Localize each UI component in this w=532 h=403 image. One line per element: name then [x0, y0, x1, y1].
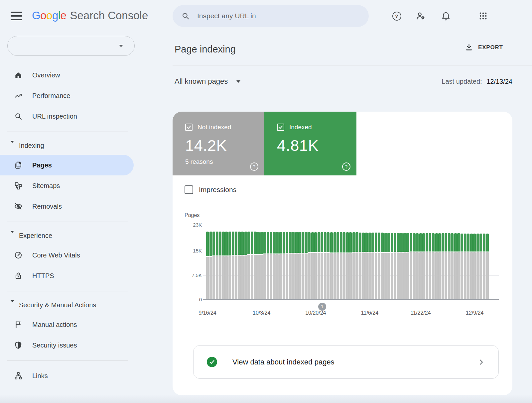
- chart-bar[interactable]: [333, 232, 336, 300]
- sidebar-item-https[interactable]: HTTPS: [0, 265, 166, 286]
- chart-bar[interactable]: [362, 233, 365, 300]
- chart-bar[interactable]: [302, 232, 304, 300]
- chart-bar[interactable]: [359, 233, 361, 300]
- sidebar-item-core-web-vitals[interactable]: Core Web Vitals: [0, 245, 166, 265]
- chart-bar[interactable]: [235, 232, 237, 300]
- chart-bar[interactable]: [476, 234, 479, 300]
- chart-bar[interactable]: [419, 233, 422, 300]
- sidebar-item-links[interactable]: Links: [0, 365, 166, 386]
- chart-bar[interactable]: [426, 233, 428, 300]
- sidebar-section-experience[interactable]: Experience: [0, 227, 166, 245]
- chart-bar[interactable]: [276, 232, 279, 300]
- not-indexed-checkbox[interactable]: [185, 124, 193, 131]
- chart-bar[interactable]: [422, 233, 425, 300]
- chart-bar[interactable]: [305, 232, 307, 300]
- chart-bar[interactable]: [260, 232, 263, 300]
- chart-bar[interactable]: [394, 233, 396, 300]
- chart-bar[interactable]: [219, 232, 221, 300]
- chart-bar[interactable]: [270, 232, 272, 300]
- chart-bar[interactable]: [343, 232, 345, 300]
- chart-bar[interactable]: [442, 233, 444, 300]
- chart-bar[interactable]: [318, 232, 320, 300]
- chart-page-indicator[interactable]: 1: [318, 303, 326, 311]
- chart-bar[interactable]: [311, 232, 314, 300]
- chart-bar[interactable]: [432, 233, 435, 300]
- chart-bar[interactable]: [206, 232, 209, 300]
- chart-bar[interactable]: [254, 232, 256, 300]
- chart-bar[interactable]: [461, 234, 463, 300]
- chart-bar[interactable]: [378, 233, 380, 300]
- chart-bar[interactable]: [410, 233, 412, 300]
- view-indexed-data-button[interactable]: View data about indexed pages: [193, 345, 499, 379]
- chart-bar[interactable]: [273, 232, 276, 300]
- chart-bar[interactable]: [251, 232, 253, 300]
- chart-bar[interactable]: [244, 232, 247, 300]
- sidebar-section-security-manual-actions[interactable]: Security & Manual Actions: [0, 296, 166, 314]
- help-icon[interactable]: ?: [342, 162, 350, 171]
- chart-bar[interactable]: [225, 232, 228, 300]
- chart-bar[interactable]: [464, 234, 466, 300]
- not-indexed-card[interactable]: Not indexed 14.2K 5 reasons ?: [173, 112, 264, 175]
- chart-bar[interactable]: [406, 233, 409, 300]
- chart-bar[interactable]: [416, 233, 419, 300]
- chart-bar[interactable]: [473, 234, 476, 300]
- chart-bar[interactable]: [241, 232, 244, 300]
- sidebar-section-indexing[interactable]: Indexing: [0, 137, 166, 155]
- indexed-card[interactable]: Indexed 4.81K ?: [264, 112, 356, 175]
- chart-bar[interactable]: [483, 234, 485, 300]
- chart-bar[interactable]: [324, 232, 327, 300]
- account-settings-icon[interactable]: [416, 11, 426, 21]
- chart-bar[interactable]: [267, 232, 269, 300]
- chart-bar[interactable]: [308, 232, 311, 300]
- chart-bar[interactable]: [216, 232, 218, 300]
- chart-bar[interactable]: [247, 232, 250, 300]
- chart-bar[interactable]: [292, 232, 295, 300]
- chart-bar[interactable]: [355, 232, 358, 300]
- chart-bar[interactable]: [375, 233, 377, 300]
- chart-bar[interactable]: [365, 233, 368, 300]
- chart-bar[interactable]: [391, 233, 393, 300]
- sidebar-item-performance[interactable]: Performance: [0, 85, 166, 106]
- chart-bar[interactable]: [387, 233, 390, 300]
- chart-bar[interactable]: [451, 233, 454, 300]
- chart-bar[interactable]: [371, 233, 374, 300]
- url-inspection-searchbar[interactable]: Inspect any URL in: [173, 5, 369, 27]
- chart-bar[interactable]: [209, 232, 212, 300]
- chart-bar[interactable]: [298, 232, 301, 300]
- chart-bar[interactable]: [448, 233, 451, 300]
- chart-bar[interactable]: [457, 233, 460, 300]
- chart-bar[interactable]: [381, 233, 384, 300]
- impressions-checkbox[interactable]: [185, 185, 193, 194]
- sidebar-item-overview[interactable]: Overview: [0, 65, 166, 85]
- chart-bar[interactable]: [486, 234, 489, 300]
- chart-bar[interactable]: [454, 233, 457, 300]
- chart-bar[interactable]: [232, 232, 234, 300]
- chart-bar[interactable]: [384, 233, 387, 300]
- export-button[interactable]: EXPORT: [465, 43, 503, 51]
- chart-bar[interactable]: [429, 233, 431, 300]
- sidebar-item-url-inspection[interactable]: URL inspection: [0, 106, 166, 127]
- sidebar-item-manual-actions[interactable]: Manual actions: [0, 314, 166, 335]
- chart-bar[interactable]: [286, 232, 288, 300]
- indexed-checkbox[interactable]: [277, 124, 284, 131]
- chart-bar[interactable]: [403, 233, 406, 300]
- chart-bar[interactable]: [336, 232, 339, 300]
- chart-bar[interactable]: [263, 232, 266, 300]
- menu-icon[interactable]: [11, 12, 22, 20]
- sidebar-item-removals[interactable]: Removals: [0, 196, 166, 217]
- chart-bar[interactable]: [435, 233, 438, 300]
- notifications-icon[interactable]: [441, 11, 451, 21]
- chart-bar[interactable]: [470, 234, 473, 300]
- chart-bar[interactable]: [238, 232, 241, 300]
- chart-bar[interactable]: [314, 232, 317, 300]
- chart-bar[interactable]: [467, 234, 469, 300]
- page-filter-dropdown[interactable]: All known pages: [175, 77, 240, 86]
- help-icon[interactable]: ?: [250, 162, 258, 171]
- chart-bar[interactable]: [283, 232, 285, 300]
- sidebar-item-security-issues[interactable]: Security issues: [0, 335, 166, 355]
- chart-bar[interactable]: [228, 232, 231, 300]
- chart-bar[interactable]: [222, 232, 225, 300]
- chart-bar[interactable]: [340, 232, 342, 300]
- chart-bar[interactable]: [212, 232, 215, 300]
- chart-bar[interactable]: [257, 232, 260, 300]
